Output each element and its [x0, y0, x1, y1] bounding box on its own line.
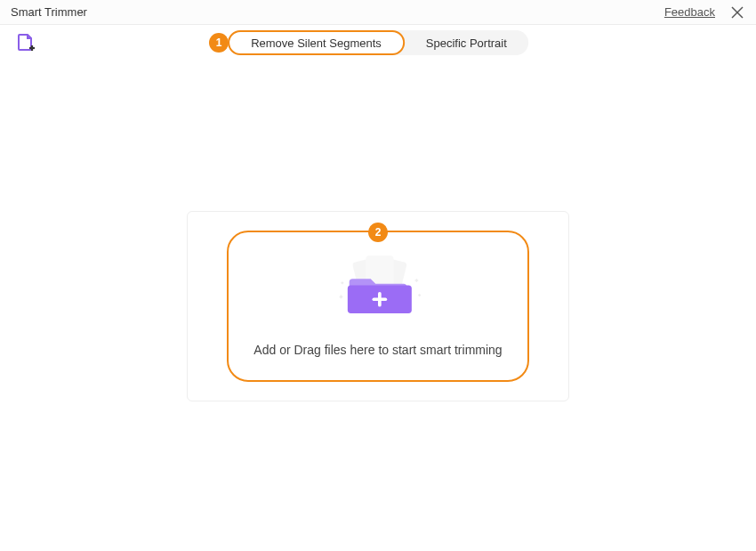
close-button[interactable] [729, 4, 745, 20]
titlebar-right: Feedback [664, 4, 745, 20]
close-icon [731, 6, 744, 19]
tab-specific-portrait[interactable]: Specific Portrait [405, 30, 528, 55]
tab-label: Specific Portrait [426, 36, 507, 50]
main-area: 2 [0, 61, 756, 551]
feedback-link[interactable]: Feedback [664, 5, 715, 19]
add-file-icon[interactable] [16, 33, 36, 53]
page-title: Smart Trimmer [11, 5, 87, 19]
toolbar: Remove Silent Segments Specific Portrait [0, 25, 756, 61]
app-window: Smart Trimmer Feedback Remove Silent Seg… [0, 0, 756, 551]
tab-label: Remove Silent Segments [251, 36, 382, 50]
dropzone-text: Add or Drag files here to start smart tr… [253, 343, 502, 357]
tab-remove-silent-segments[interactable]: Remove Silent Segments [228, 30, 405, 55]
file-dropzone[interactable]: 2 [227, 231, 529, 382]
step-badge-2: 2 [368, 223, 388, 242]
drop-card: 2 [187, 211, 569, 401]
folder-add-icon [325, 255, 431, 327]
tab-group: Remove Silent Segments Specific Portrait [228, 30, 528, 55]
step-badge-1: 1 [209, 33, 229, 53]
titlebar: Smart Trimmer Feedback [0, 0, 756, 25]
